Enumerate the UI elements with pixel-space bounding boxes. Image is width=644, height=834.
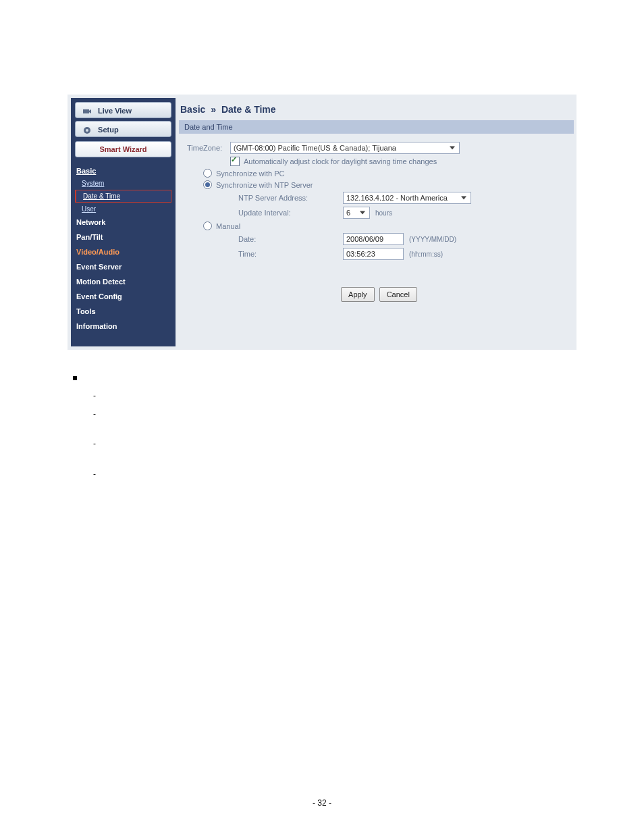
ntp-addr-select[interactable]: 132.163.4.102 - North America: [343, 192, 471, 204]
time-input[interactable]: 03:56:23: [343, 248, 404, 260]
p4-rest: Select this option to set the date and t…: [132, 469, 319, 478]
content-area: Basic » Date & Time Date and Time TimeZo…: [179, 99, 574, 347]
svg-rect-0: [83, 109, 89, 113]
sync-pc-label: Synchronize with PC: [216, 170, 285, 178]
ntp-addr-value: 132.163.4.102 - North America: [346, 194, 448, 202]
date-input[interactable]: 2008/06/09: [343, 233, 404, 245]
nav-motion-detect[interactable]: Motion Detect: [71, 274, 176, 289]
nav-information[interactable]: Information: [71, 319, 176, 334]
section-title: Date and Time: [179, 120, 574, 134]
update-interval-value: 6: [346, 209, 350, 217]
p4-lead: Manual:: [101, 469, 132, 478]
page-footer: - 32 -: [0, 798, 644, 808]
page-number: - 32 -: [313, 798, 331, 808]
dash-icon: -: [93, 390, 97, 402]
sidebar: Live View Setup Smart Wizard Basic Syste…: [71, 98, 176, 346]
dst-checkbox[interactable]: [230, 157, 240, 166]
nav-network[interactable]: Network: [71, 215, 176, 230]
gear-icon: [82, 125, 92, 134]
sync-pc-radio[interactable]: [203, 169, 212, 178]
nav-event-config[interactable]: Event Config: [71, 289, 176, 304]
svg-point-2: [86, 129, 88, 132]
timezone-label: TimeZone:: [187, 144, 230, 152]
dst-checkbox-label: Automatically adjust clock for daylight …: [244, 157, 437, 165]
apply-button[interactable]: Apply: [341, 287, 375, 302]
live-view-button[interactable]: Live View: [75, 102, 171, 118]
manual-label: Manual: [216, 222, 240, 230]
update-interval-label: Update Interval:: [238, 209, 343, 217]
manual-radio[interactable]: [203, 221, 212, 230]
date-time-form: TimeZone: (GMT-08:00) Pacific Time(US & …: [179, 134, 574, 305]
nav-date-time[interactable]: Date & Time: [75, 190, 171, 203]
live-view-label: Live View: [98, 107, 132, 115]
time-value: 03:56:23: [346, 250, 375, 258]
breadcrumb-a: Basic: [180, 104, 205, 115]
cancel-button[interactable]: Cancel: [379, 287, 417, 302]
doc-text: Date & Time -TimeZone: Select the proper…: [73, 366, 572, 486]
update-interval-unit: hours: [375, 209, 392, 217]
date-label: Date:: [238, 235, 343, 243]
p3-lead: Synchronize with NTP Server:: [101, 439, 217, 448]
setup-label: Setup: [98, 126, 119, 134]
date-value: 2008/06/09: [346, 235, 383, 243]
bullet-square-icon: [73, 376, 77, 380]
nav-system[interactable]: System: [71, 178, 176, 189]
nav-user[interactable]: User: [71, 203, 176, 215]
nav-video-audio[interactable]: Video/Audio: [71, 244, 176, 259]
timezone-select[interactable]: (GMT-08:00) Pacific Time(US & Canada); T…: [230, 142, 460, 154]
update-interval-select[interactable]: 6: [343, 207, 370, 219]
p2-lead: Synchronize with PC:: [101, 409, 184, 418]
smart-wizard-button[interactable]: Smart Wizard: [75, 141, 171, 157]
dash-icon: -: [93, 408, 97, 420]
nav-tools[interactable]: Tools: [71, 304, 176, 319]
nav-event-server[interactable]: Event Server: [71, 259, 176, 274]
dash-icon: -: [93, 438, 97, 450]
timezone-value: (GMT-08:00) Pacific Time(US & Canada); T…: [234, 144, 396, 152]
config-screenshot: Live View Setup Smart Wizard Basic Syste…: [68, 95, 576, 350]
time-label: Time:: [238, 250, 343, 258]
date-hint: (YYYY/MM/DD): [409, 236, 456, 243]
nav-pan-tilt[interactable]: Pan/Tilt: [71, 230, 176, 244]
dash-icon: -: [93, 468, 97, 480]
ntp-addr-label: NTP Server Address:: [238, 194, 343, 202]
time-hint: (hh:mm:ss): [409, 251, 443, 258]
camera-icon: [82, 106, 92, 115]
setup-button[interactable]: Setup: [75, 121, 171, 137]
breadcrumb: Basic » Date & Time: [179, 99, 574, 120]
doc-heading: Date & Time: [82, 373, 129, 382]
p1-lead: TimeZone:: [101, 390, 142, 400]
breadcrumb-sep: »: [211, 104, 216, 115]
sync-ntp-radio[interactable]: [203, 180, 212, 189]
nav-basic[interactable]: Basic: [71, 163, 176, 178]
p1-rest: Select the proper time zone for the regi…: [142, 390, 387, 400]
breadcrumb-b: Date & Time: [221, 104, 276, 115]
sync-ntp-label: Synchronize with NTP Server: [216, 181, 313, 189]
smart-wizard-label: Smart Wizard: [99, 145, 146, 153]
